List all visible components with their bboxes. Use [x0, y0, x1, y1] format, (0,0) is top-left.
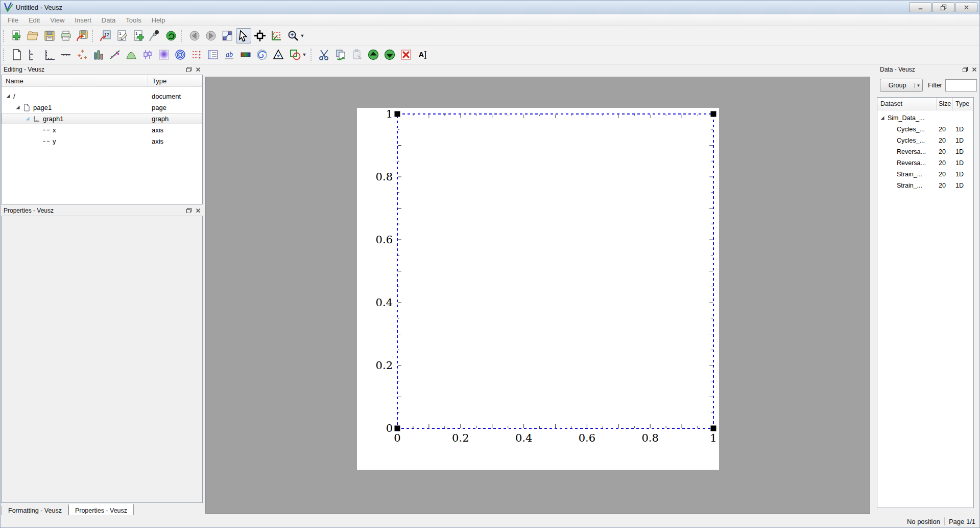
expander-icon[interactable] — [879, 115, 886, 121]
selection-handle[interactable] — [711, 426, 716, 431]
dataset-row[interactable]: Cycles_...201D — [877, 124, 973, 135]
plot-page[interactable]: 00.20.40.60.8100.20.40.60.81 — [357, 108, 719, 470]
add-axislabel-button[interactable] — [205, 47, 221, 62]
add-axis-button[interactable] — [58, 47, 74, 62]
menu-view[interactable]: View — [45, 15, 69, 25]
dock-float-icon[interactable] — [186, 66, 192, 73]
toolbar-grip[interactable] — [3, 30, 6, 42]
tree-row-x[interactable]: xaxis — [2, 124, 202, 135]
edit-data-button[interactable]: 12 — [114, 28, 130, 43]
toolbar-grip[interactable] — [181, 30, 184, 42]
read-points-button[interactable] — [252, 28, 268, 43]
data-panel-header[interactable]: Data - Veusz — [877, 64, 979, 75]
menu-insert[interactable]: Insert — [69, 15, 97, 25]
tree-row-root[interactable]: /document — [2, 90, 202, 102]
add-ternary-button[interactable] — [271, 47, 286, 62]
next-page-button[interactable] — [203, 28, 219, 43]
add-shape-button[interactable]: ▼ — [287, 47, 308, 62]
select-arrow-button[interactable] — [236, 28, 251, 43]
add-page-button[interactable] — [9, 47, 25, 62]
open-document-button[interactable] — [26, 28, 41, 43]
group-dropdown-button[interactable]: Group ▼ — [880, 79, 923, 92]
move-up-button[interactable] — [366, 47, 381, 62]
add-function-button[interactable] — [124, 47, 139, 62]
toolbar-grip[interactable] — [3, 49, 6, 61]
titlebar[interactable]: Untitled - Veusz — [1, 1, 979, 14]
graph-widget[interactable]: 00.20.40.60.8100.20.40.60.81 — [357, 108, 719, 470]
selection-handle[interactable] — [711, 111, 716, 117]
rename-button[interactable]: A — [415, 47, 430, 62]
add-graph-button[interactable] — [42, 47, 57, 62]
move-down-button[interactable] — [382, 47, 397, 62]
add-colorbar-button[interactable] — [238, 47, 253, 62]
dataset-row[interactable]: Strain_...201D — [877, 180, 973, 191]
add-bar-button[interactable] — [91, 47, 106, 62]
create-data-button[interactable]: 12 — [131, 28, 146, 43]
add-label-button[interactable]: ab — [222, 47, 237, 62]
menu-file[interactable]: File — [3, 15, 23, 25]
restore-button[interactable] — [932, 2, 954, 12]
print-document-button[interactable] — [58, 28, 74, 43]
dock-float-icon[interactable] — [186, 208, 192, 214]
paste-button[interactable] — [349, 47, 365, 62]
add-polar-button[interactable] — [254, 47, 270, 62]
add-contour-button[interactable] — [173, 47, 188, 62]
column-name[interactable]: Name — [2, 75, 148, 86]
zoom-graph-button[interactable] — [269, 28, 284, 43]
expander-icon[interactable] — [5, 93, 11, 99]
menu-edit[interactable]: Edit — [23, 15, 45, 25]
zoom-axes-button[interactable] — [220, 28, 235, 43]
import-data-button[interactable]: 12 — [98, 28, 113, 43]
dock-close-icon[interactable] — [971, 66, 977, 73]
column-size[interactable]: Size — [937, 98, 953, 110]
expander-icon[interactable] — [15, 104, 21, 110]
add-xy-button[interactable] — [75, 47, 90, 62]
selection-handle[interactable] — [395, 426, 400, 431]
column-type[interactable]: Type — [953, 100, 973, 107]
plot-canvas[interactable]: 00.20.40.60.8100.20.40.60.81 — [205, 77, 870, 514]
reload-data-button[interactable] — [163, 28, 179, 43]
tree-row-page1[interactable]: page1page — [2, 102, 202, 113]
add-key-button[interactable] — [189, 47, 204, 62]
expander-highlight-icon[interactable] — [25, 116, 31, 122]
cut-button[interactable] — [317, 47, 332, 62]
close-button[interactable] — [955, 2, 977, 12]
dataset-row[interactable]: Strain_...201D — [877, 169, 973, 180]
tree-item-type: graph — [148, 115, 202, 123]
menu-data[interactable]: Data — [97, 15, 121, 25]
add-boxplot-button[interactable] — [140, 47, 155, 62]
add-fit-button[interactable] — [107, 47, 123, 62]
properties-panel-header[interactable]: Properties - Veusz — [1, 205, 203, 216]
column-type[interactable]: Type — [148, 77, 202, 85]
add-grid-button[interactable] — [26, 47, 41, 62]
selection-handle[interactable] — [395, 111, 400, 117]
tree-column-header[interactable]: Name Type — [2, 75, 202, 87]
dataset-table-header[interactable]: Dataset Size Type — [877, 98, 973, 110]
capture-data-button[interactable] — [147, 28, 162, 43]
dataset-row[interactable]: Reversa...201D — [877, 146, 973, 157]
zoom-menu-button[interactable]: ▼ — [285, 28, 306, 43]
toolbar-grip[interactable] — [310, 49, 314, 61]
delete-button[interactable] — [398, 47, 414, 62]
tree-row-y[interactable]: yaxis — [2, 135, 202, 147]
dock-float-icon[interactable] — [962, 66, 968, 73]
menu-help[interactable]: Help — [147, 15, 171, 25]
dataset-row[interactable]: Cycles_...201D — [877, 135, 973, 146]
editing-panel-header[interactable]: Editing - Veusz — [1, 64, 203, 75]
dataset-row[interactable]: Reversa...201D — [877, 157, 973, 169]
copy-button[interactable] — [333, 47, 348, 62]
toolbar-grip[interactable] — [92, 30, 95, 42]
save-document-button[interactable] — [42, 28, 57, 43]
filter-input[interactable] — [945, 79, 977, 91]
new-document-button[interactable] — [9, 28, 25, 43]
dock-close-icon[interactable] — [195, 208, 201, 214]
column-dataset[interactable]: Dataset — [877, 98, 937, 110]
export-page-button[interactable] — [75, 28, 90, 43]
dataset-row[interactable]: Sim_Data_... — [877, 112, 973, 124]
menu-tools[interactable]: Tools — [121, 15, 146, 25]
minimize-button[interactable] — [909, 2, 931, 12]
tree-row-graph1[interactable]: graph1graph — [2, 113, 202, 124]
prev-page-button[interactable] — [187, 28, 202, 43]
add-image-button[interactable] — [156, 47, 172, 62]
dock-close-icon[interactable] — [195, 66, 201, 73]
